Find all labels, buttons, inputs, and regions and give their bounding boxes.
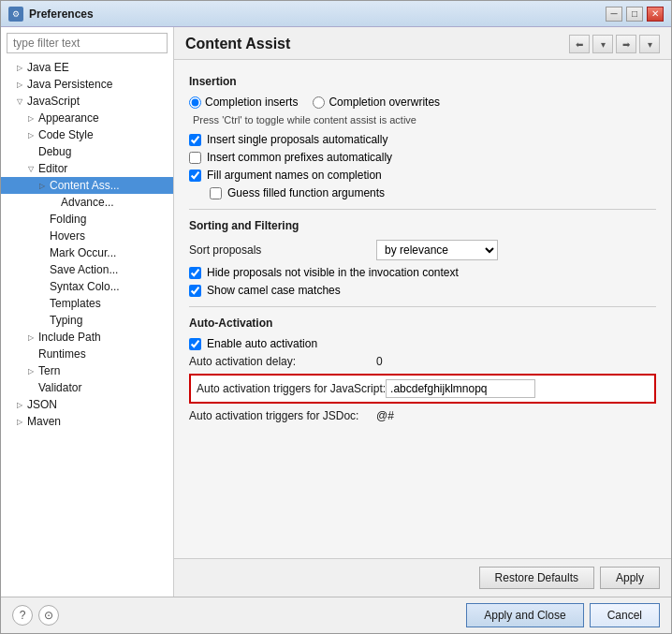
delay-value: 0 [376, 355, 383, 368]
expand-icon: ▷ [37, 180, 48, 191]
expand-icon [48, 197, 59, 208]
main-content: ▷ Java EE ▷ Java Persistence ▽ JavaScrip… [1, 27, 671, 597]
radio-completion-inserts-input[interactable] [189, 96, 201, 109]
triggers-js-input[interactable] [386, 379, 535, 398]
tree-item-label: Mark Occur... [50, 246, 116, 259]
tree-item-code-style[interactable]: ▷ Code Style [1, 126, 173, 143]
cb-fill-argument-row: Fill argument names on completion [189, 169, 656, 182]
cb-single-proposals[interactable] [189, 134, 201, 146]
cb-common-prefixes[interactable] [189, 152, 201, 164]
expand-icon [37, 315, 48, 326]
tree-item-maven[interactable]: ▷ Maven [1, 413, 173, 430]
tree-item-tern[interactable]: ▷ Tern [1, 362, 173, 379]
tree-item-templates[interactable]: Templates [1, 295, 173, 312]
preferences-window: ⚙ Preferences ─ □ ✕ ▷ Java EE ▷ Java Per… [0, 0, 672, 634]
apply-close-button[interactable]: Apply and Close [466, 603, 583, 627]
cb-fill-argument[interactable] [189, 170, 201, 182]
tree-item-content-assist[interactable]: ▷ Content Ass... [1, 177, 173, 194]
nav-buttons: ⬅ ▾ ➡ ▾ [569, 35, 660, 53]
tree-item-mark-occ[interactable]: Mark Occur... [1, 244, 173, 261]
title-bar-buttons: ─ □ ✕ [606, 7, 664, 22]
delay-label: Auto activation delay: [189, 355, 376, 368]
title-bar: ⚙ Preferences ─ □ ✕ [1, 1, 671, 27]
cb-guess-function[interactable] [210, 187, 222, 199]
tree-item-label: Include Path [38, 331, 101, 344]
info-button[interactable]: ⊙ [38, 605, 59, 626]
tree-item-javascript[interactable]: ▽ JavaScript [1, 93, 173, 110]
cb-single-proposals-row: Insert single proposals automatically [189, 133, 656, 146]
expand-icon [37, 247, 48, 258]
radio-completion-inserts[interactable]: Completion inserts [189, 96, 298, 109]
tree-item-appearance[interactable]: ▷ Appearance [1, 110, 173, 126]
cancel-button[interactable]: Cancel [590, 603, 660, 627]
tree-item-hovers[interactable]: Hovers [1, 228, 173, 244]
cb-camel-case-label: Show camel case matches [207, 284, 341, 297]
right-panel: Content Assist ⬅ ▾ ➡ ▾ Insertion Complet… [174, 27, 671, 597]
expand-icon [37, 264, 48, 275]
cb-guess-function-row: Guess filled function arguments [210, 186, 656, 199]
tree-item-label: Hovers [50, 229, 85, 243]
expand-icon: ▽ [25, 163, 37, 174]
nav-forward-button[interactable]: ➡ [616, 35, 636, 53]
expand-icon: ▽ [14, 96, 25, 107]
tree-item-label: Java EE [27, 61, 69, 74]
cb-camel-case[interactable] [189, 285, 201, 297]
expand-icon [37, 281, 48, 292]
window-title: Preferences [29, 7, 606, 21]
cb-common-prefixes-label: Insert common prefixes automatically [207, 151, 392, 164]
tree-item-label: Editor [38, 162, 67, 175]
tree-item-debug[interactable]: Debug [1, 143, 173, 160]
sort-proposals-label: Sort proposals [189, 243, 376, 257]
tree-item-label: Appearance [38, 111, 99, 125]
tree-item-java-ee[interactable]: ▷ Java EE [1, 59, 173, 76]
radio-row: Completion inserts Completion overwrites [189, 96, 656, 109]
expand-icon [25, 348, 37, 360]
left-panel: ▷ Java EE ▷ Java Persistence ▽ JavaScrip… [1, 27, 174, 597]
tree-item-label: Templates [50, 297, 101, 310]
cb-camel-case-row: Show camel case matches [189, 284, 656, 297]
radio-completion-overwrites-label: Completion overwrites [329, 96, 440, 109]
maximize-button[interactable]: □ [626, 7, 643, 22]
tree-item-json[interactable]: ▷ JSON [1, 396, 173, 413]
tree-item-label: Content Ass... [50, 179, 120, 192]
nav-forward-dropdown[interactable]: ▾ [639, 35, 660, 53]
tree-item-label: Tern [38, 364, 60, 377]
auto-activation-section-title: Auto-Activation [189, 317, 656, 330]
tree-item-folding[interactable]: Folding [1, 211, 173, 228]
help-button[interactable]: ? [12, 605, 33, 626]
tree-item-editor[interactable]: ▽ Editor [1, 160, 173, 177]
close-button[interactable]: ✕ [647, 7, 664, 22]
apply-button[interactable]: Apply [600, 567, 660, 589]
tree-item-label: Runtimes [38, 347, 86, 361]
tree-item-syntax-color[interactable]: Syntax Colo... [1, 278, 173, 295]
tree-item-label: Code Style [38, 128, 94, 141]
expand-icon: ▷ [25, 365, 37, 376]
cb-hide-not-visible[interactable] [189, 267, 201, 279]
tree-item-label: Validator [38, 381, 81, 394]
nav-back-button[interactable]: ⬅ [569, 35, 590, 53]
tree-item-validator[interactable]: Validator [1, 379, 173, 396]
tree-item-java-persistence[interactable]: ▷ Java Persistence [1, 76, 173, 93]
tree-item-typing[interactable]: Typing [1, 312, 173, 329]
tree-item-advanced[interactable]: Advance... [1, 194, 173, 211]
restore-defaults-button[interactable]: Restore Defaults [479, 567, 594, 589]
panel-footer: Restore Defaults Apply [174, 558, 671, 597]
tree-item-label: Java Persistence [27, 78, 112, 91]
cb-guess-function-label: Guess filled function arguments [227, 186, 385, 199]
tree-item-save-action[interactable]: Save Action... [1, 261, 173, 278]
sorting-section-title: Sorting and Filtering [189, 219, 656, 232]
tree-item-runtimes[interactable]: Runtimes [1, 346, 173, 362]
triggers-jsdoc-row: Auto activation triggers for JSDoc: @# [189, 409, 656, 422]
minimize-button[interactable]: ─ [606, 7, 622, 22]
cb-enable-auto[interactable] [189, 338, 201, 350]
radio-completion-overwrites-input[interactable] [313, 96, 325, 109]
nav-back-dropdown[interactable]: ▾ [592, 35, 613, 53]
tree-item-include-path[interactable]: ▷ Include Path [1, 329, 173, 346]
separator-2 [189, 306, 656, 307]
filter-input[interactable] [7, 33, 168, 53]
insertion-section-title: Insertion [189, 75, 656, 88]
sort-proposals-select[interactable]: by relevance alphabetically [376, 240, 498, 260]
tree-item-label: Maven [27, 415, 61, 428]
radio-completion-overwrites[interactable]: Completion overwrites [313, 96, 440, 109]
tree-item-label: Advance... [61, 196, 114, 209]
